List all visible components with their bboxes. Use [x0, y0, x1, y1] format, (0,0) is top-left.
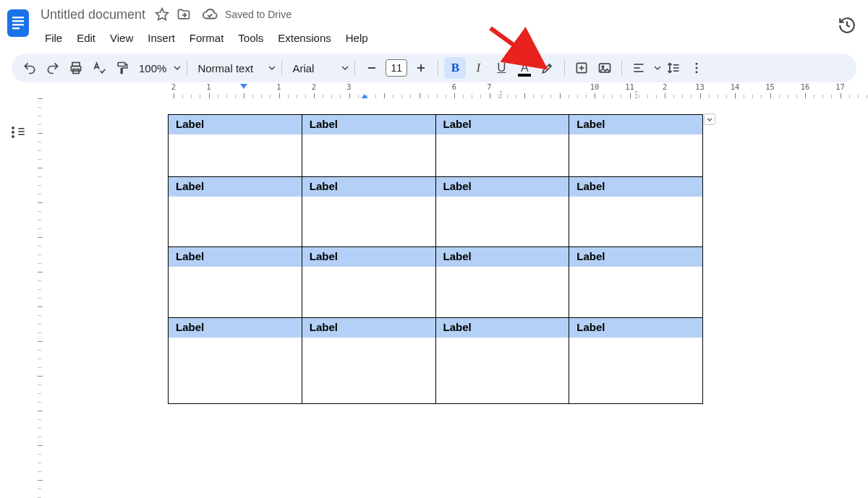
cloud-saved-icon[interactable]: [202, 7, 218, 22]
insert-link-button[interactable]: [571, 57, 592, 79]
vertical-ruler[interactable]: [32, 98, 45, 498]
table-cell[interactable]: Label: [302, 115, 435, 135]
menu-file[interactable]: File: [38, 27, 69, 48]
table-cell-body[interactable]: [569, 197, 703, 247]
undo-button[interactable]: [19, 57, 41, 79]
horizontal-ruler[interactable]: 2112367101121314151617: [166, 82, 868, 98]
chevron-down-icon[interactable]: [654, 61, 661, 74]
menu-bar: File Edit View Insert Format Tools Exten…: [38, 25, 868, 48]
table-cell-label: Label: [169, 177, 302, 197]
document-canvas[interactable]: LabelLabelLabelLabelLabelLabelLabelLabel…: [45, 98, 868, 498]
table-cell-body[interactable]: [169, 134, 302, 176]
print-button[interactable]: [65, 57, 87, 79]
svg-rect-3: [12, 24, 24, 25]
menu-view[interactable]: View: [103, 27, 140, 48]
table-cell[interactable]: Label: [302, 317, 435, 338]
table-cell-label: Label: [302, 177, 435, 197]
toolbar: 100% Normal text Arial 11 B: [12, 53, 856, 82]
table-cell[interactable]: Label: [569, 247, 703, 267]
menu-edit[interactable]: Edit: [69, 27, 103, 48]
table-cell-body[interactable]: [435, 197, 569, 247]
table-cell-body[interactable]: [435, 267, 569, 317]
menu-insert[interactable]: Insert: [140, 27, 182, 48]
table-cell-body[interactable]: [569, 267, 703, 317]
menu-format[interactable]: Format: [182, 27, 231, 48]
document-table[interactable]: LabelLabelLabelLabelLabelLabelLabelLabel…: [168, 114, 703, 404]
table-cell-body[interactable]: [302, 267, 435, 317]
svg-point-26: [696, 71, 698, 73]
table-cell-body[interactable]: [169, 267, 302, 317]
table-cell-body[interactable]: [302, 134, 435, 176]
table-cell[interactable]: Label: [569, 115, 703, 135]
italic-button[interactable]: I: [467, 57, 489, 79]
chevron-down-icon[interactable]: [341, 61, 349, 74]
app-icon[interactable]: [0, 4, 38, 39]
spellcheck-button[interactable]: [88, 57, 110, 79]
table-cell[interactable]: Label: [435, 115, 569, 135]
header: Untitled document Saved to Drive: [0, 0, 868, 51]
table-cell[interactable]: Label: [435, 247, 569, 267]
table-cell-body[interactable]: [569, 134, 703, 176]
toolbar-separator: [187, 60, 187, 76]
menu-extensions[interactable]: Extensions: [271, 27, 338, 48]
move-icon[interactable]: [176, 7, 192, 22]
table-cell[interactable]: Label: [435, 317, 569, 338]
toolbar-separator: [564, 60, 565, 76]
font-size-input[interactable]: 11: [386, 59, 407, 77]
redo-button[interactable]: [42, 57, 64, 79]
table-cell[interactable]: Label: [169, 115, 302, 135]
add-column-handle[interactable]: [704, 113, 715, 125]
svg-rect-0: [7, 9, 29, 37]
more-button[interactable]: [686, 57, 707, 79]
table-cell[interactable]: Label: [169, 247, 302, 267]
star-icon[interactable]: [154, 7, 170, 22]
table-cell-body[interactable]: [169, 197, 302, 247]
version-history-icon[interactable]: [838, 16, 856, 38]
table-cell-label: Label: [436, 177, 569, 197]
table-cell-body[interactable]: [435, 338, 569, 404]
menu-help[interactable]: Help: [339, 27, 375, 48]
highlight-color-button[interactable]: [537, 57, 558, 79]
line-spacing-button[interactable]: [663, 57, 684, 79]
table-cell[interactable]: Label: [169, 176, 302, 197]
toolbar-separator: [438, 60, 438, 76]
table-cell-body[interactable]: [302, 338, 435, 404]
svg-point-17: [603, 66, 605, 68]
table-cell[interactable]: Label: [302, 247, 435, 267]
paragraph-style[interactable]: Normal text: [193, 62, 265, 74]
zoom-level[interactable]: 100%: [135, 62, 171, 74]
chevron-down-icon[interactable]: [268, 61, 276, 74]
table-cell-label: Label: [569, 318, 702, 338]
bold-button[interactable]: B: [444, 57, 466, 79]
table-cell-label: Label: [302, 115, 435, 134]
menu-tools[interactable]: Tools: [231, 27, 271, 48]
increase-font-size-button[interactable]: [410, 57, 432, 79]
insert-image-button[interactable]: [594, 57, 616, 79]
toolbar-separator: [354, 60, 355, 76]
table-cell-label: Label: [169, 247, 302, 267]
table-cell-label: Label: [302, 318, 435, 338]
table-cell[interactable]: Label: [302, 176, 435, 197]
table-cell[interactable]: Label: [569, 317, 703, 338]
table-cell-body[interactable]: [169, 338, 302, 404]
table-cell-body[interactable]: [302, 197, 435, 247]
outline-toggle-button[interactable]: [5, 119, 31, 145]
table-cell-label: Label: [436, 318, 569, 338]
table-cell[interactable]: Label: [569, 176, 703, 197]
align-button[interactable]: [628, 57, 650, 79]
table-cell-body[interactable]: [569, 338, 703, 404]
table-cell[interactable]: Label: [169, 317, 302, 338]
decrease-font-size-button[interactable]: [361, 57, 383, 79]
document-title[interactable]: Untitled document: [38, 7, 148, 22]
paint-format-button[interactable]: [111, 57, 133, 79]
table-cell-label: Label: [569, 247, 702, 267]
underline-button[interactable]: U: [490, 57, 512, 79]
table-cell-label: Label: [169, 318, 302, 338]
table-cell[interactable]: Label: [435, 176, 569, 197]
text-color-button[interactable]: A: [514, 57, 535, 79]
horizontal-ruler-row: 2112367101121314151617: [0, 82, 868, 98]
chevron-down-icon[interactable]: [174, 61, 181, 74]
font-family[interactable]: Arial: [288, 62, 339, 74]
table-cell-body[interactable]: [435, 134, 569, 176]
table-cell-label: Label: [436, 247, 569, 267]
